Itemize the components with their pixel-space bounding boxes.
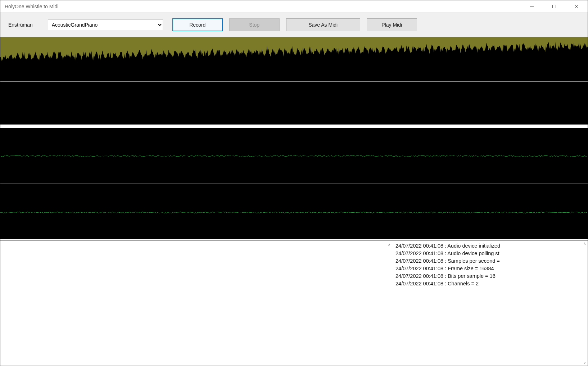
log-line: 24/07/2022 00:41:08 : Samples per second… <box>395 257 579 265</box>
toolbar: Enstrüman AcousticGrandPiano Record Stop… <box>0 13 588 37</box>
log-line: 24/07/2022 00:41:08 : Bits per sample = … <box>395 272 579 280</box>
close-button[interactable] <box>565 0 588 13</box>
log-lines: 24/07/2022 00:41:08 : Audio device initi… <box>393 241 582 366</box>
log-line: 24/07/2022 00:41:08 : Audio device initi… <box>395 242 579 250</box>
pane-2 <box>0 81 588 125</box>
scroll-up-icon[interactable]: ∧ <box>386 241 392 248</box>
window-buttons <box>521 0 588 13</box>
minimize-button[interactable] <box>521 0 543 13</box>
visualization-area <box>0 37 588 240</box>
waveform-right-pane <box>0 184 588 239</box>
instrument-select[interactable]: AcousticGrandPiano <box>48 19 163 30</box>
instrument-label: Enstrüman <box>8 22 33 28</box>
save-as-midi-button[interactable]: Save As Midi <box>286 18 360 31</box>
log-left-panel: ∧ <box>0 241 393 366</box>
log-right-panel: 24/07/2022 00:41:08 : Audio device initi… <box>393 241 588 366</box>
waveform-left-pane <box>0 128 588 184</box>
window-title: HolyOne Whistle to Midi <box>0 4 521 9</box>
toolbar-buttons: Record Stop Save As Midi Play Midi <box>172 18 417 31</box>
log-scrollbar[interactable]: ∧ ∨ <box>582 241 588 366</box>
svg-rect-1 <box>553 5 556 8</box>
pane-separator <box>0 125 588 128</box>
stop-button: Stop <box>229 18 280 31</box>
scroll-up-icon[interactable]: ∧ <box>583 241 586 245</box>
titlebar: HolyOne Whistle to Midi <box>0 0 588 13</box>
spectrum-pane <box>0 37 588 81</box>
log-line: 24/07/2022 00:41:08 : Audio device polli… <box>395 250 579 257</box>
log-line: 24/07/2022 00:41:08 : Frame size = 16384 <box>395 265 579 272</box>
maximize-button[interactable] <box>543 0 565 13</box>
play-midi-button[interactable]: Play Midi <box>367 18 417 31</box>
log-line: 24/07/2022 00:41:08 : Channels = 2 <box>395 280 579 288</box>
record-button[interactable]: Record <box>172 18 223 31</box>
log-area: ∧ 24/07/2022 00:41:08 : Audio device ini… <box>0 240 588 366</box>
scroll-down-icon[interactable]: ∨ <box>583 361 586 365</box>
